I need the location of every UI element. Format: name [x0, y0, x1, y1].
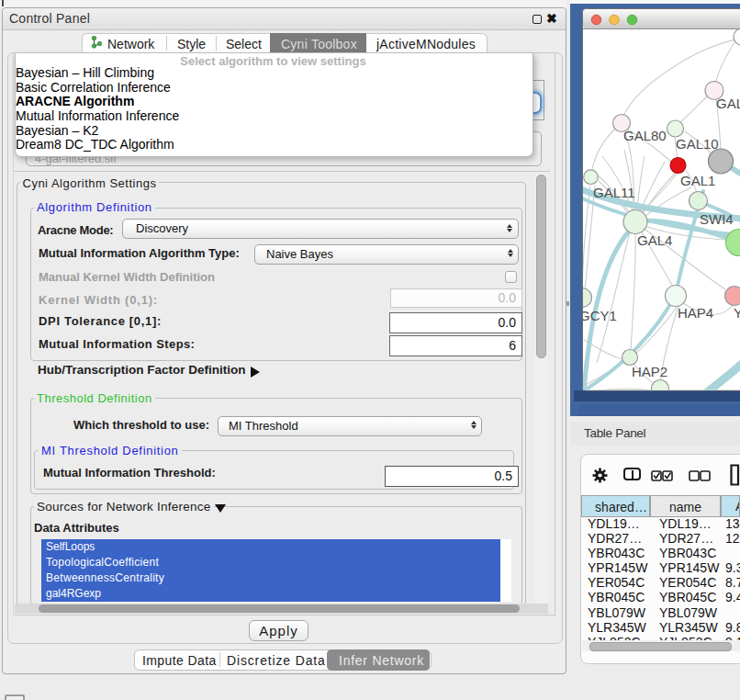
svg-text:HAP2: HAP2 — [632, 364, 667, 379]
svg-text:HAP4: HAP4 — [678, 305, 713, 321]
svg-text:GAL4: GAL4 — [637, 232, 672, 248]
svg-text:GAL10: GAL10 — [676, 136, 719, 152]
svg-text:SWI4: SWI4 — [700, 211, 734, 227]
svg-text:GAL80: GAL80 — [623, 128, 667, 143]
svg-text:GCY1: GCY1 — [579, 308, 617, 323]
svg-text:GAL1: GAL1 — [680, 173, 715, 188]
svg-text:Y: Y — [734, 305, 740, 321]
svg-text:GAL7: GAL7 — [716, 96, 740, 111]
svg-text:GAL11: GAL11 — [593, 185, 635, 200]
